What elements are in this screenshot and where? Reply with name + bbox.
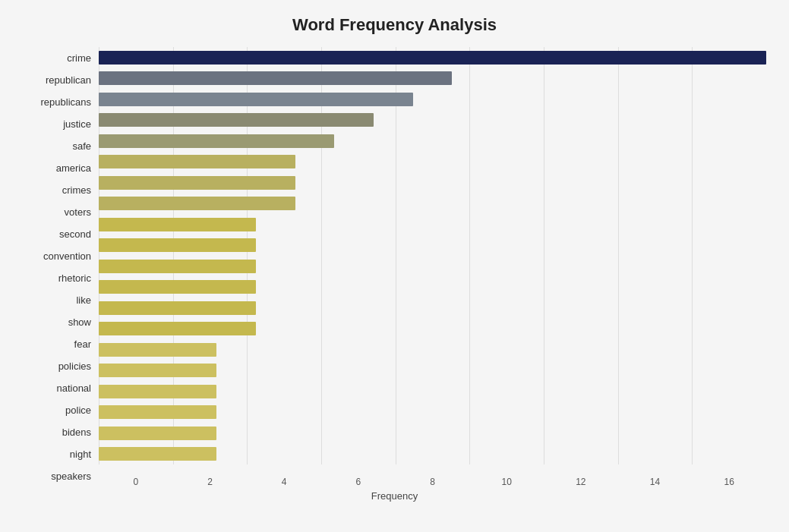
bar-crime [99, 51, 766, 65]
bar-police [99, 385, 216, 398]
bar-row-voters [99, 194, 766, 212]
chart-area: crimerepublicanrepublicansjusticesafeame… [23, 47, 766, 487]
bar-convention [99, 238, 256, 252]
y-label-justice: justice [63, 115, 91, 134]
bar-row-police [99, 382, 766, 401]
bar-crimes [99, 176, 295, 190]
bar-row-safe [99, 132, 766, 150]
chart-title: Word Frequency Analysis [23, 15, 766, 35]
bars-area: 0246810121416 [99, 47, 766, 487]
bar-row-convention [99, 236, 766, 254]
bar-justice [99, 113, 374, 127]
bar-policies [99, 343, 216, 357]
bar-row-america [99, 153, 766, 171]
bar-row-show [99, 299, 766, 317]
y-axis: crimerepublicanrepublicansjusticesafeame… [23, 47, 99, 487]
chart-container: Word Frequency Analysis crimerepublicanr… [0, 0, 789, 532]
bar-voters [99, 197, 295, 210]
bar-america [99, 155, 295, 168]
y-label-convention: convention [43, 247, 91, 266]
y-label-night: night [70, 445, 91, 464]
y-label-fear: fear [74, 335, 91, 354]
y-label-police: police [65, 401, 91, 420]
bar-row-rhetoric [99, 257, 766, 275]
y-label-safe: safe [72, 137, 91, 156]
y-label-policies: policies [58, 357, 91, 376]
x-tick-label: 8 [396, 477, 470, 487]
y-label-like: like [76, 291, 91, 310]
bar-row-policies [99, 341, 766, 359]
x-tick-label: 10 [469, 477, 544, 487]
bar-row-night [99, 424, 766, 442]
bar-row-fear [99, 320, 766, 338]
bar-row-republican [99, 69, 766, 87]
x-axis-title: Frequency [23, 490, 766, 502]
bar-row-justice [99, 111, 766, 129]
bar-republicans [99, 93, 413, 106]
bars-wrapper [99, 47, 766, 464]
y-label-voters: voters [65, 203, 91, 222]
x-tick-label: 2 [173, 477, 248, 487]
bar-rhetoric [99, 260, 256, 273]
bar-like [99, 280, 256, 294]
bar-row-second [99, 216, 766, 234]
bar-row-republicans [99, 90, 766, 109]
x-tick-label: 14 [618, 477, 693, 487]
bar-republican [99, 71, 452, 85]
bar-row-national [99, 361, 766, 379]
bar-national [99, 364, 216, 377]
bar-night [99, 427, 216, 440]
y-label-republican: republican [46, 71, 91, 90]
x-tick-label: 0 [99, 477, 173, 487]
y-label-crimes: crimes [62, 181, 91, 200]
bar-show [99, 301, 256, 315]
y-label-national: national [56, 379, 91, 398]
bar-row-crime [99, 49, 766, 67]
bar-second [99, 218, 256, 231]
x-tick-label: 12 [544, 477, 618, 487]
bar-bidens [99, 405, 216, 419]
y-label-bidens: bidens [62, 423, 91, 442]
x-tick-label: 16 [692, 477, 766, 487]
x-axis-labels: 0246810121416 [99, 464, 766, 487]
bar-row-speakers [99, 445, 766, 463]
bar-speakers [99, 447, 216, 461]
bar-row-crimes [99, 174, 766, 192]
y-label-rhetoric: rhetoric [58, 269, 91, 288]
x-tick-label: 4 [247, 477, 321, 487]
bar-row-like [99, 278, 766, 296]
y-label-show: show [68, 313, 91, 332]
x-tick-label: 6 [321, 477, 396, 487]
bar-safe [99, 134, 334, 148]
y-label-america: america [56, 159, 91, 178]
bar-row-bidens [99, 403, 766, 421]
y-label-republicans: republicans [41, 93, 92, 112]
y-label-speakers: speakers [51, 467, 91, 486]
y-label-second: second [59, 225, 91, 244]
y-label-crime: crime [67, 49, 91, 68]
bar-fear [99, 322, 256, 335]
